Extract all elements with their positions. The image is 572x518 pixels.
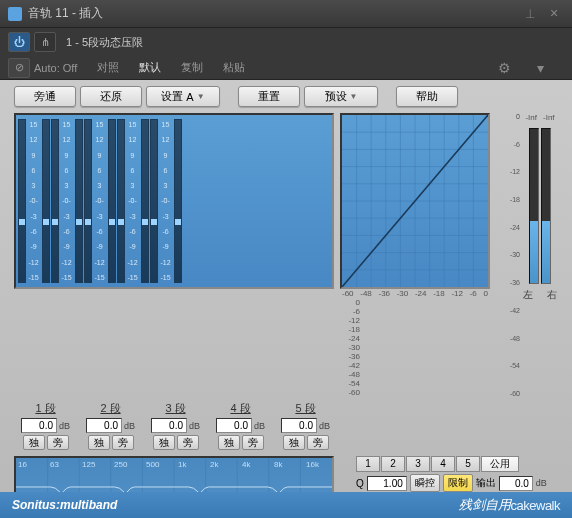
tab-5[interactable]: 5 [456, 456, 480, 472]
output-meter: -Inf-Inf 0-6-12-18-24-30-36-42-48-54-60 … [522, 113, 558, 397]
band-1-bypass[interactable]: 旁 [47, 435, 69, 450]
tab-3[interactable]: 3 [406, 456, 430, 472]
gear-icon[interactable]: ⚙ [498, 60, 511, 76]
band-4-gain[interactable]: 0.0 [216, 418, 252, 433]
band-4-solo[interactable]: 独 [218, 435, 240, 450]
titlebar: 音轨 11 - 插入 ⟂ × [0, 0, 572, 28]
band-4-bypass[interactable]: 旁 [242, 435, 264, 450]
chevron-down-icon: ▼ [350, 92, 358, 101]
band-1-solo[interactable]: 独 [23, 435, 45, 450]
band-3-gain[interactable]: 0.0 [151, 418, 187, 433]
plugin-body: 旁通 还原 设置A▼ 重置 预设▼ 帮助 1512963-0--3-6-9-12… [0, 80, 572, 518]
close-icon[interactable]: × [544, 6, 564, 22]
undo-button[interactable]: 还原 [80, 86, 142, 107]
band-1-gain[interactable]: 0.0 [21, 418, 57, 433]
pin-icon[interactable]: ⟂ [520, 6, 540, 22]
band-5-bypass[interactable]: 旁 [307, 435, 329, 450]
footer: Sonitus:multiband 残剑自用 cakewalk [0, 492, 572, 518]
signature-label: 残剑自用 [459, 496, 511, 514]
menu-icon[interactable]: ▾ [537, 60, 544, 76]
band-4-label[interactable]: 4 段 [209, 401, 272, 416]
setup-button[interactable]: 设置A▼ [146, 86, 220, 107]
route-label[interactable]: 1 - 5段动态压限 [66, 35, 143, 50]
tab-1[interactable]: 1 [356, 456, 380, 472]
band-1-label[interactable]: 1 段 [14, 401, 77, 416]
power-button[interactable]: ⏻ [8, 32, 30, 52]
help-button[interactable]: 帮助 [396, 86, 458, 107]
output-label: 输出 [476, 476, 496, 490]
bypass-button[interactable]: 旁通 [14, 86, 76, 107]
band-3-solo[interactable]: 独 [153, 435, 175, 450]
cakewalk-label: cakewalk [511, 498, 560, 513]
routing-button[interactable]: ⋔ [34, 32, 56, 52]
q-label: Q [356, 478, 364, 489]
contrast-label[interactable]: 对照 [97, 60, 119, 75]
band-5-label[interactable]: 5 段 [274, 401, 337, 416]
q-value[interactable]: 1.00 [367, 476, 407, 491]
paste-label[interactable]: 粘贴 [223, 60, 245, 75]
band-meters: 1512963-0--3-6-9-12-151512963-0--3-6-9-1… [14, 113, 334, 289]
tab-2[interactable]: 2 [381, 456, 405, 472]
band-tabs: 12345公用 [356, 456, 572, 472]
transfer-graph[interactable] [340, 113, 490, 289]
out-meter-l [529, 128, 539, 284]
window-title: 音轨 11 - 插入 [28, 5, 103, 22]
out-meter-r [541, 128, 551, 284]
default-label[interactable]: 默认 [139, 60, 161, 75]
limit-button[interactable]: 限制 [443, 474, 473, 492]
band-5-gain[interactable]: 0.0 [281, 418, 317, 433]
preset-button[interactable]: 预设▼ [304, 86, 378, 107]
reset-button[interactable]: 重置 [238, 86, 300, 107]
instant-button[interactable]: 瞬控 [410, 474, 440, 492]
output-value[interactable]: 0.0 [499, 476, 533, 491]
band-2-label[interactable]: 2 段 [79, 401, 142, 416]
band-2-solo[interactable]: 独 [88, 435, 110, 450]
band-controls: 1 段0.0dB独旁2 段0.0dB独旁3 段0.0dB独旁4 段0.0dB独旁… [4, 397, 568, 452]
tab-common[interactable]: 公用 [481, 456, 519, 472]
toolbar: ⏻ ⋔ 1 - 5段动态压限 [0, 28, 572, 56]
band-2-gain[interactable]: 0.0 [86, 418, 122, 433]
tab-4[interactable]: 4 [431, 456, 455, 472]
brand-label: Sonitus:multiband [12, 498, 117, 512]
graph-y-axis: 0-6-12-18-24-30-36-42-48-54-60 [340, 298, 360, 397]
phase-button[interactable]: ⊘ [8, 58, 30, 78]
toolbar-row2: ⊘ Auto: Off 对照 默认 复制 粘贴 ⚙ ▾ [0, 56, 572, 80]
band-2-bypass[interactable]: 旁 [112, 435, 134, 450]
band-5-solo[interactable]: 独 [283, 435, 305, 450]
band-3-label[interactable]: 3 段 [144, 401, 207, 416]
band-3-bypass[interactable]: 旁 [177, 435, 199, 450]
chevron-down-icon: ▼ [197, 92, 205, 101]
auto-label[interactable]: Auto: Off [34, 62, 77, 74]
copy-label[interactable]: 复制 [181, 60, 203, 75]
app-icon [8, 7, 22, 21]
